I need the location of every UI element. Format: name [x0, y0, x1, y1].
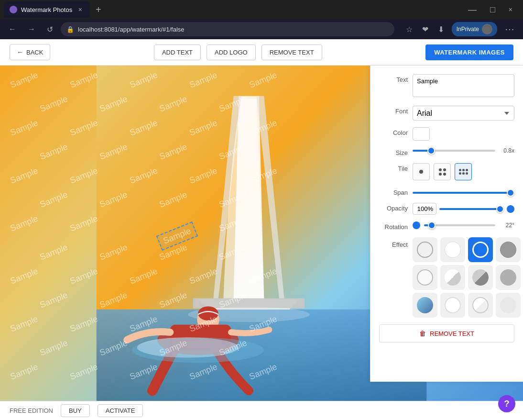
effect-gradient-blue-button[interactable] [413, 293, 437, 318]
effect-white-outline-button[interactable] [440, 293, 465, 318]
effect-dark-button[interactable] [496, 237, 521, 262]
rotation-slider[interactable] [424, 224, 495, 226]
address-bar[interactable]: 🔒 localhost:8081/app/watermark/#1/false [61, 22, 394, 36]
inprivate-button[interactable]: InPrivate [452, 22, 497, 36]
rotation-setting-row: Rotation 22° [379, 221, 514, 231]
span-setting-row: Span [379, 187, 514, 196]
tab-title: Watermark Photos [21, 6, 73, 13]
tab-close-button[interactable]: × [76, 5, 84, 14]
size-value: 0.8x [499, 147, 514, 154]
effects-grid [413, 237, 521, 318]
refresh-button[interactable]: ↺ [43, 23, 57, 36]
opacity-setting-row: Opacity 100% [379, 203, 514, 215]
tab-bar: Watermark Photos × + — □ × [0, 0, 523, 19]
tab-favicon [10, 6, 17, 13]
span-slider[interactable] [413, 192, 514, 194]
add-text-button[interactable]: ADD TEXT [154, 44, 201, 60]
color-swatch[interactable] [413, 127, 430, 141]
effect-half-dark-button[interactable] [468, 265, 493, 290]
watermark-images-button[interactable]: WATERMARK IMAGES [425, 44, 513, 60]
free-edition-label: FREE EDITION [10, 407, 53, 414]
effect-solid-white-icon [500, 297, 516, 313]
size-setting-row: Size 0.8x [379, 147, 514, 156]
favorites-icon[interactable]: ☆ [402, 23, 416, 36]
effect-gray-outline-icon [417, 269, 433, 286]
main-content: Sample Sample Sample Sample Sample Sampl… [0, 66, 523, 401]
collections-icon[interactable]: ❤ [418, 23, 432, 36]
text-input[interactable]: Sample [413, 74, 514, 97]
forward-button[interactable]: → [24, 23, 39, 35]
opacity-row: 100% [413, 203, 514, 215]
effect-blue-button[interactable] [468, 237, 493, 262]
opacity-dot-icon [507, 205, 514, 213]
opacity-input[interactable]: 100% [413, 203, 436, 215]
font-control: Arial [413, 106, 514, 121]
remove-text-toolbar-button[interactable]: REMOVE TEXT [262, 44, 322, 60]
help-button[interactable]: ? [498, 395, 515, 412]
back-button[interactable]: ← [5, 23, 20, 35]
tile-grid3-button[interactable] [455, 163, 472, 180]
tile-control [413, 163, 514, 180]
maximize-button[interactable]: □ [483, 2, 502, 18]
lock-icon: 🔒 [66, 26, 74, 33]
activate-button[interactable]: ACTIVATE [98, 404, 143, 417]
profile-avatar [482, 24, 492, 34]
effect-half-outline-icon [472, 297, 489, 313]
new-tab-button[interactable]: + [92, 2, 105, 17]
bottom-bar: FREE EDITION BUY ACTIVATE [0, 401, 523, 420]
text-control: Sample [413, 74, 514, 99]
effect-control [413, 237, 523, 318]
tile-grid2-icon [439, 168, 446, 176]
size-slider[interactable] [413, 150, 495, 152]
effects-area [413, 237, 523, 318]
effect-blue-icon [472, 242, 489, 258]
tile-single-button[interactable] [413, 163, 430, 180]
buy-button[interactable]: BUY [61, 404, 90, 417]
effect-white-icon [445, 242, 461, 258]
add-logo-button[interactable]: ADD LOGO [207, 44, 256, 60]
effect-half-outline-button[interactable] [468, 293, 493, 318]
svg-point-12 [132, 337, 264, 363]
effect-label: Effect [379, 237, 408, 248]
size-control: 0.8x [413, 147, 514, 154]
color-label: Color [379, 127, 408, 136]
back-label: BACK [26, 49, 43, 56]
profile-icon[interactable]: ⬇ [434, 23, 448, 36]
remove-text-label: REMOVE TEXT [430, 330, 474, 337]
opacity-label: Opacity [379, 203, 408, 212]
tile-grid2-button[interactable] [434, 163, 451, 180]
effect-white-outline-icon [445, 297, 461, 313]
browser-more-button[interactable]: ⋯ [501, 22, 518, 37]
effect-setting-row: Effect [379, 237, 514, 318]
remove-text-button[interactable]: 🗑 REMOVE TEXT [379, 324, 514, 343]
window-controls: — □ × [461, 2, 519, 18]
minimize-button[interactable]: — [461, 2, 483, 18]
size-slider-row: 0.8x [413, 147, 514, 154]
effect-gray-outline-button[interactable] [413, 265, 437, 290]
tile-label: Tile [379, 163, 408, 172]
font-label: Font [379, 106, 408, 115]
rotation-control: 22° [413, 221, 514, 229]
rotation-label: Rotation [379, 221, 408, 231]
url-text: localhost:8081/app/watermark/#1/false [78, 26, 389, 33]
opacity-slider[interactable] [439, 208, 504, 210]
effect-white-button[interactable] [440, 237, 465, 262]
color-setting-row: Color [379, 127, 514, 141]
browser-nav-icons: ☆ ❤ ⬇ [402, 23, 448, 36]
effect-half-light-button[interactable] [440, 265, 465, 290]
effect-outline-button[interactable] [413, 237, 437, 262]
back-button[interactable]: ← BACK [10, 44, 50, 60]
effect-solid-gray-button[interactable] [496, 265, 521, 290]
effect-solid-white-button[interactable] [496, 293, 521, 318]
app-toolbar: ← BACK ADD TEXT ADD LOGO REMOVE TEXT WAT… [0, 39, 523, 66]
text-label: Text [379, 74, 408, 83]
font-select[interactable]: Arial [413, 106, 514, 121]
settings-panel: Text Sample Font Arial Color Size [370, 66, 523, 382]
close-button[interactable]: × [502, 2, 519, 18]
tile-grid3-icon [459, 169, 468, 175]
size-label: Size [379, 147, 408, 156]
effect-gradient-blue-icon [417, 297, 433, 313]
effect-dark-icon [500, 242, 516, 258]
rotation-value: 22° [499, 222, 514, 229]
span-label: Span [379, 187, 408, 196]
